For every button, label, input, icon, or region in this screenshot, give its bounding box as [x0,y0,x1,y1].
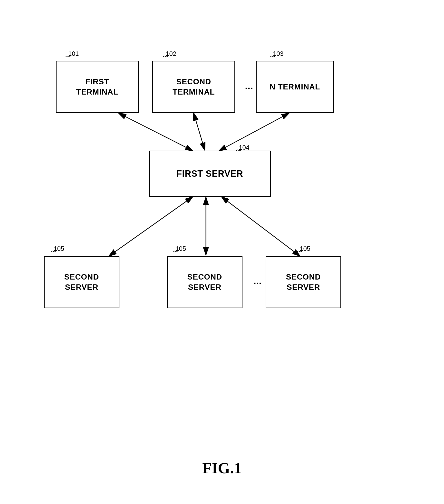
ref-105-3-tilde: 〜 [297,248,302,255]
ref-105-2-tilde: 〜 [173,248,178,255]
svg-line-4 [219,113,289,151]
diagram: FIRSTTERMINAL 101 〜 SECONDTERMINAL 102 〜… [0,0,444,504]
second-server-3-box: SECONDSERVER [266,256,341,308]
svg-line-7 [222,197,300,256]
second-server-1-label: SECONDSERVER [64,272,99,292]
svg-line-2 [119,113,193,151]
second-server-1-box: SECONDSERVER [44,256,119,308]
dots-terminals: ... [245,80,253,91]
n-terminal-box: N TERMINAL [256,61,334,113]
ref-101-tilde: 〜 [65,53,71,60]
first-terminal-label: FIRSTTERMINAL [76,77,118,97]
ref-103-tilde: 〜 [270,53,275,60]
svg-line-3 [194,113,205,150]
first-server-box: FIRST SERVER [149,151,271,197]
first-server-label: FIRST SERVER [177,168,243,180]
figure-label: FIG.1 [0,459,444,477]
ref-102-tilde: 〜 [163,53,168,60]
second-terminal-box: SECONDTERMINAL [152,61,235,113]
ref-104-tilde: 〜 [236,147,241,154]
n-terminal-label: N TERMINAL [269,82,320,92]
second-server-2-box: SECONDSERVER [167,256,243,308]
second-terminal-label: SECONDTERMINAL [173,77,215,97]
first-terminal-box: FIRSTTERMINAL [56,61,139,113]
dots-servers: ... [253,275,262,286]
second-server-2-label: SECONDSERVER [187,272,222,292]
ref-105-1-tilde: 〜 [51,248,56,255]
second-server-3-label: SECONDSERVER [286,272,321,292]
